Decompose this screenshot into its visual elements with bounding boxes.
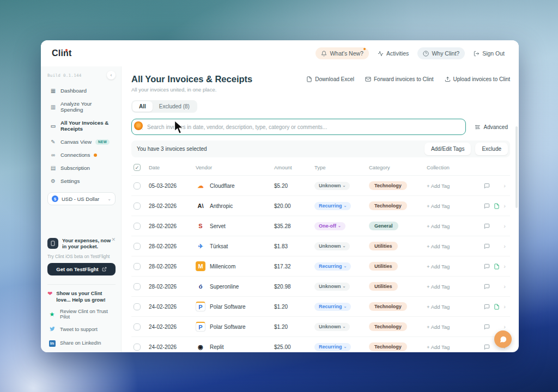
close-icon[interactable]: ✕: [111, 237, 116, 242]
comment-icon[interactable]: [484, 324, 490, 330]
chevron-right-icon[interactable]: ›: [504, 263, 506, 270]
support-chat-button[interactable]: [494, 330, 512, 348]
type-dropdown[interactable]: One-off⌄: [314, 222, 345, 230]
comment-icon[interactable]: [484, 344, 490, 350]
sidebar-item-all-your-invoices-receipts[interactable]: ▭ All Your Invoices & Receipts: [47, 117, 116, 134]
type-dropdown[interactable]: Recurring⌄: [314, 202, 351, 210]
search-box: [131, 119, 466, 135]
tweet-to-support[interactable]: Tweet to support: [48, 326, 116, 333]
row-checkbox[interactable]: [134, 303, 141, 310]
vendor-logo: ✈: [196, 241, 205, 251]
add-tag-button[interactable]: + Add Tag: [427, 324, 482, 330]
tab-all[interactable]: All: [132, 101, 153, 112]
chat-bubble-icon: [499, 335, 507, 344]
document-icon[interactable]: [494, 304, 500, 310]
why-clint-label: Why Clint?: [432, 50, 459, 57]
table-row[interactable]: 24-02-2026 ◉ Replit $25.00 Recurring⌄ Te…: [131, 337, 510, 352]
table-row[interactable]: 28-02-2026 ✈ Türksat $1.83 Unknown⌄ Util…: [131, 236, 510, 256]
add-tag-button[interactable]: + Add Tag: [427, 344, 482, 350]
add-tag-button[interactable]: + Add Tag: [427, 223, 482, 229]
comment-icon[interactable]: [484, 284, 490, 290]
add-tag-button[interactable]: + Add Tag: [427, 243, 482, 249]
sidebar-item-label: Analyze Your Spending: [60, 101, 113, 113]
review-clint-on-trust-pilot[interactable]: ★ Review Clint on Trust Pilot: [48, 309, 116, 320]
add-tag-button[interactable]: + Add Tag: [427, 264, 482, 270]
comment-icon[interactable]: [484, 243, 490, 249]
sidebar-collapse-button[interactable]: ‹: [107, 71, 116, 79]
row-checkbox[interactable]: [134, 182, 141, 189]
exclude-button[interactable]: Exclude: [475, 143, 508, 155]
chevron-down-icon: ⌄: [343, 284, 346, 289]
share-on-linkedin[interactable]: in Share on LinkedIn: [48, 339, 116, 347]
download-excel-button[interactable]: Download Excel: [306, 76, 354, 82]
comment-icon[interactable]: [484, 264, 490, 270]
table-row[interactable]: 28-02-2026 S Servet $35.28 One-off⌄ Gene…: [131, 216, 510, 236]
chevron-right-icon[interactable]: ›: [504, 223, 506, 229]
table-row[interactable]: 24-02-2026 P Polar Software $1.20 Unknow…: [131, 317, 510, 337]
sidebar-item-settings[interactable]: ⚙ Settings: [47, 175, 116, 187]
chevron-right-icon[interactable]: ›: [504, 303, 506, 310]
row-checkbox[interactable]: [134, 344, 141, 351]
row-checkbox[interactable]: [134, 243, 141, 250]
row-checkbox[interactable]: [134, 223, 141, 230]
comment-icon[interactable]: [484, 183, 490, 189]
row-checkbox[interactable]: [134, 323, 141, 330]
sidebar-item-connections[interactable]: ∞ Connections: [47, 149, 116, 161]
type-dropdown[interactable]: Recurring⌄: [314, 303, 351, 311]
currency-label: USD - US Dollar: [62, 196, 99, 202]
type-dropdown[interactable]: Unknown⌄: [314, 182, 350, 190]
document-icon[interactable]: [494, 203, 500, 209]
add-tag-button[interactable]: + Add Tag: [427, 284, 482, 290]
table-row[interactable]: 05-03-2026 ☁ Cloudflare $5.20 Unknown⌄ T…: [131, 176, 510, 196]
scrollbar-thumb[interactable]: [515, 126, 518, 208]
chevron-right-icon[interactable]: ›: [504, 182, 506, 189]
sidebar-item-canvas-view[interactable]: ✎ Canvas View NEW: [47, 136, 116, 148]
forward-invoices-to-clint-button[interactable]: Forward invoices to Clint: [365, 76, 433, 82]
page-title: All Your Invoices & Receipts: [131, 74, 252, 84]
click-indicator: [134, 121, 143, 130]
document-icon[interactable]: [494, 264, 500, 270]
type-dropdown[interactable]: Unknown⌄: [314, 283, 350, 291]
add-tag-button[interactable]: + Add Tag: [427, 183, 482, 189]
row-checkbox[interactable]: [134, 263, 141, 270]
sidebar-item-label: Subscription: [60, 165, 90, 171]
chevron-right-icon[interactable]: ›: [504, 243, 506, 249]
row-checkbox[interactable]: [134, 203, 141, 210]
action-label: Download Excel: [315, 76, 354, 82]
sidebar-item-dashboard[interactable]: ▦ Dashboard: [47, 85, 116, 96]
chevron-right-icon[interactable]: ›: [504, 283, 506, 290]
upload-invoices-to-clint-button[interactable]: Upload invoices to Clint: [445, 76, 511, 82]
chevron-right-icon[interactable]: ›: [504, 323, 506, 330]
add-edit-tags-button[interactable]: Add/Edit Tags: [424, 143, 471, 155]
why-clint-button[interactable]: Why Clint?: [417, 47, 465, 59]
comment-icon[interactable]: [484, 304, 490, 310]
comment-icon[interactable]: [484, 203, 490, 209]
vendor-name: Servet: [210, 223, 226, 229]
activities-button[interactable]: Activities: [372, 47, 414, 59]
type-dropdown[interactable]: Unknown⌄: [314, 242, 350, 250]
table-row[interactable]: 28-02-2026 A\ Anthropic $20.00 Recurring…: [131, 196, 510, 216]
type-dropdown[interactable]: Recurring⌄: [314, 262, 351, 271]
type-dropdown[interactable]: Unknown⌄: [314, 323, 350, 331]
sidebar-item-subscription[interactable]: ▤ Subscription: [47, 162, 116, 174]
currency-selector[interactable]: $ USD - US Dollar ⌄: [47, 192, 116, 205]
table-row[interactable]: 24-02-2026 P Polar Software $1.20 Recurr…: [131, 297, 510, 317]
vendor-name: Polar Software: [210, 324, 246, 330]
get-testflight-button[interactable]: Get on TestFlight: [47, 263, 116, 275]
type-dropdown[interactable]: Recurring⌄: [314, 343, 351, 351]
add-tag-button[interactable]: + Add Tag: [427, 304, 482, 310]
advanced-filter-button[interactable]: Advanced: [475, 124, 508, 130]
invoice-amount: $20.98: [274, 284, 314, 290]
tab-excluded-8[interactable]: Excluded (8): [153, 101, 196, 112]
sign-out-button[interactable]: Sign Out: [468, 47, 510, 59]
table-row[interactable]: 28-02-2026 ó Superonline $20.98 Unknown⌄…: [131, 277, 510, 297]
select-all-checkbox[interactable]: ✓: [134, 164, 141, 171]
comment-icon[interactable]: [484, 223, 490, 229]
row-checkbox[interactable]: [134, 283, 141, 290]
table-row[interactable]: 28-02-2026 M Millenicom $17.32 Recurring…: [131, 256, 510, 277]
whats-new-button[interactable]: What's New?: [316, 47, 369, 59]
add-tag-button[interactable]: + Add Tag: [427, 203, 482, 209]
sidebar-item-analyze-your-spending[interactable]: ▥ Analyze Your Spending: [47, 98, 116, 115]
chevron-right-icon[interactable]: ›: [504, 203, 506, 209]
search-input[interactable]: [147, 124, 460, 130]
